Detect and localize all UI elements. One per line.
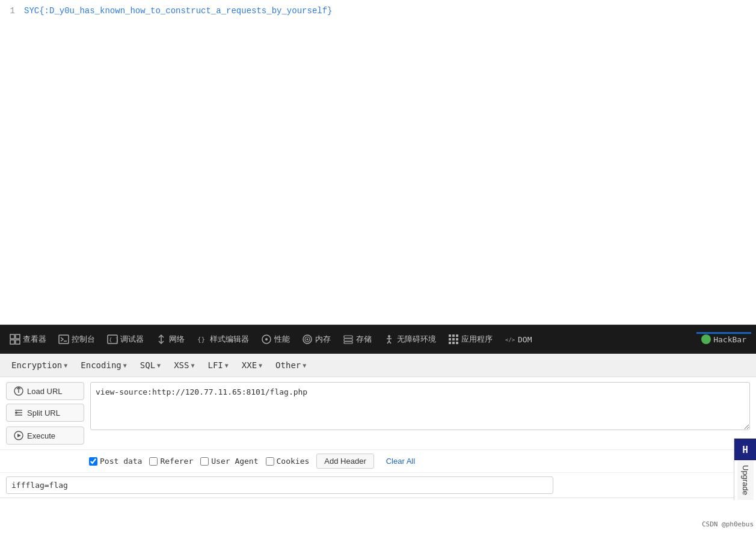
toolbar-storage[interactable]: 存储	[338, 331, 376, 347]
svg-rect-26	[449, 338, 451, 340]
referer-label: Referer	[160, 457, 193, 466]
csdn-info: CSDN @ph0ebus	[702, 520, 754, 528]
svg-rect-23	[449, 334, 451, 337]
toolbar-apps[interactable]: 应用程序	[443, 331, 497, 347]
console-icon	[58, 334, 69, 345]
svg-rect-28	[456, 338, 458, 340]
menu-xss-label: XSS	[174, 360, 189, 370]
hackbar-dot-icon	[701, 334, 711, 344]
svg-point-18	[388, 335, 390, 337]
upgrade-button[interactable]: Upgrade	[737, 460, 754, 500]
svg-point-14	[307, 339, 309, 340]
cookies-checkbox-label[interactable]: Cookies	[266, 457, 310, 466]
style-editor-icon: {}	[197, 334, 207, 345]
load-url-button[interactable]: Load URL	[6, 382, 84, 400]
toolbar-network-label: 网络	[169, 334, 185, 345]
toolbar-memory[interactable]: 内存	[297, 331, 336, 347]
menu-other[interactable]: Other ▼	[270, 357, 312, 373]
menu-xss-arrow: ▼	[191, 362, 194, 369]
toolbar-network[interactable]: 网络	[151, 331, 189, 347]
user-agent-checkbox-label[interactable]: User Agent	[200, 457, 258, 466]
devtools-toolbar: 查看器 控制台 { } 调试器 网络 {} 样式编辑器	[0, 325, 756, 354]
referer-checkbox-label[interactable]: Referer	[149, 457, 193, 466]
toolbar-debugger[interactable]: { } 调试器	[102, 331, 149, 347]
execute-label: Execute	[27, 431, 55, 440]
svg-rect-30	[452, 342, 455, 344]
csdn-text: CSDN @ph0ebus	[702, 520, 754, 528]
menu-sql-label: SQL	[140, 360, 155, 370]
menu-encoding-arrow: ▼	[123, 362, 127, 369]
toolbar-performance[interactable]: 性能	[256, 331, 295, 347]
menu-encoding-label: Encoding	[81, 360, 121, 370]
clear-all-button[interactable]: Clear All	[381, 454, 420, 468]
menu-xxe[interactable]: XXE ▼	[236, 357, 268, 373]
svg-rect-0	[10, 334, 14, 339]
toolbar-hackbar[interactable]: HackBar	[696, 332, 751, 347]
load-url-label: Load URL	[27, 387, 63, 396]
options-row: Post data Referer User Agent Cookies Add…	[0, 449, 756, 472]
h-button-label: H	[742, 444, 748, 455]
execute-button[interactable]: Execute	[6, 427, 84, 445]
network-icon	[156, 334, 167, 345]
user-agent-label: User Agent	[211, 457, 258, 466]
post-data-input[interactable]	[6, 476, 553, 494]
add-header-label: Add Header	[324, 457, 366, 466]
split-url-icon	[14, 408, 23, 417]
menu-other-arrow: ▼	[303, 362, 306, 369]
svg-rect-16	[344, 339, 352, 341]
performance-icon	[261, 334, 272, 345]
svg-rect-1	[16, 334, 20, 339]
svg-rect-24	[452, 334, 455, 337]
toolbar-performance-label: 性能	[274, 334, 290, 345]
svg-rect-31	[456, 342, 458, 344]
hackbar-main: Load URL Split URL Execute	[0, 377, 756, 449]
post-data-label: Post data	[100, 457, 142, 466]
code-editor: 1 SYC{:D_y0u_has_known_how_to_construct_…	[0, 0, 756, 325]
upgrade-area: H Upgrade	[734, 439, 756, 500]
menu-lfi[interactable]: LFI ▼	[202, 357, 233, 373]
post-data-checkbox[interactable]	[89, 457, 97, 466]
toolbar-console[interactable]: 控制台	[54, 331, 100, 347]
hackbar-menu-bar: Encryption ▼ Encoding ▼ SQL ▼ XSS ▼ LFI …	[0, 354, 756, 377]
svg-rect-2	[10, 340, 14, 344]
user-agent-checkbox[interactable]	[200, 457, 209, 466]
referer-checkbox[interactable]	[149, 457, 158, 466]
svg-marker-40	[17, 434, 21, 437]
toolbar-apps-label: 应用程序	[461, 334, 493, 345]
toolbar-memory-label: 内存	[315, 334, 331, 345]
toolbar-accessibility[interactable]: 无障碍环境	[379, 331, 441, 347]
menu-encryption-label: Encryption	[11, 360, 62, 370]
svg-rect-29	[449, 342, 451, 344]
svg-text:</>: </>	[505, 337, 515, 343]
hackbar-panel: Encryption ▼ Encoding ▼ SQL ▼ XSS ▼ LFI …	[0, 354, 756, 498]
svg-line-22	[389, 341, 391, 344]
menu-xss[interactable]: XSS ▼	[168, 357, 200, 373]
svg-rect-25	[456, 334, 458, 337]
cookies-checkbox[interactable]	[266, 457, 274, 466]
accessibility-icon	[384, 334, 395, 345]
svg-text:{}: {}	[197, 336, 205, 344]
toolbar-hackbar-label: HackBar	[713, 335, 746, 344]
menu-xxe-arrow: ▼	[259, 362, 262, 369]
toolbar-dom[interactable]: </> DOM	[500, 331, 536, 347]
menu-sql-arrow: ▼	[157, 362, 161, 369]
post-data-checkbox-label[interactable]: Post data	[89, 457, 142, 466]
menu-xxe-label: XXE	[242, 360, 257, 370]
code-content-1: SYC{:D_y0u_has_known_how_to_construct_a_…	[24, 6, 332, 16]
post-data-row	[0, 472, 756, 498]
toolbar-inspect[interactable]: 查看器	[5, 331, 51, 347]
menu-sql[interactable]: SQL ▼	[135, 357, 166, 373]
menu-encryption-arrow: ▼	[64, 362, 67, 369]
menu-other-label: Other	[275, 360, 301, 370]
menu-encoding[interactable]: Encoding ▼	[75, 357, 132, 373]
toolbar-style-editor[interactable]: {} 样式编辑器	[192, 331, 254, 347]
menu-encryption[interactable]: Encryption ▼	[6, 357, 73, 373]
split-url-button[interactable]: Split URL	[6, 404, 84, 422]
upgrade-label: Upgrade	[741, 465, 750, 495]
storage-icon	[343, 334, 354, 345]
cookies-label: Cookies	[277, 457, 310, 466]
h-button[interactable]: H	[734, 439, 756, 460]
toolbar-inspect-label: 查看器	[23, 334, 46, 345]
add-header-button[interactable]: Add Header	[316, 454, 373, 469]
url-input[interactable]	[90, 382, 750, 430]
